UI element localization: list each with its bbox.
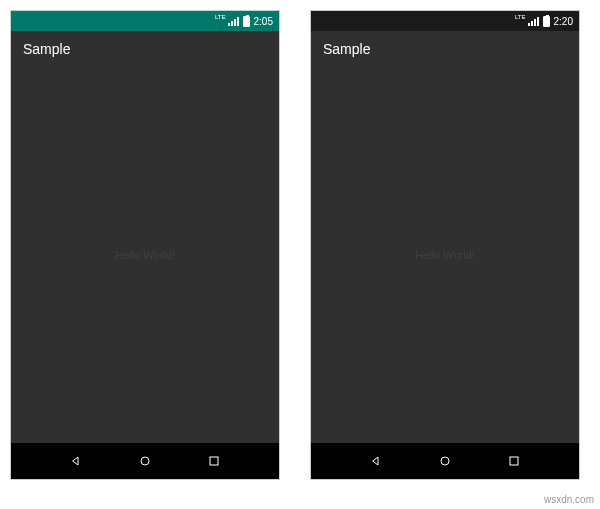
android-screenshot-right: LTE 2:20 Sample Hello World! <box>310 10 580 480</box>
back-icon[interactable] <box>368 453 384 469</box>
back-icon[interactable] <box>68 453 84 469</box>
signal-icon <box>528 16 539 26</box>
android-screenshot-left: LTE 2:05 Sample Hello World! <box>10 10 280 480</box>
action-bar: Sample <box>311 31 579 67</box>
home-icon[interactable] <box>437 453 453 469</box>
content-area: Hello World! <box>11 67 279 443</box>
content-area: Hello World! <box>311 67 579 443</box>
svg-point-2 <box>441 457 449 465</box>
home-icon[interactable] <box>137 453 153 469</box>
navigation-bar <box>11 443 279 479</box>
recent-apps-icon[interactable] <box>506 453 522 469</box>
svg-rect-3 <box>510 457 518 465</box>
clock-time: 2:20 <box>554 16 573 27</box>
battery-icon <box>243 16 250 27</box>
svg-point-0 <box>141 457 149 465</box>
status-bar: LTE 2:05 <box>11 11 279 31</box>
hello-text: Hello World! <box>115 249 175 261</box>
signal-icon <box>228 16 239 26</box>
app-title: Sample <box>23 41 70 57</box>
network-label: LTE <box>215 14 226 20</box>
recent-apps-icon[interactable] <box>206 453 222 469</box>
svg-rect-1 <box>210 457 218 465</box>
clock-time: 2:05 <box>254 16 273 27</box>
app-title: Sample <box>323 41 370 57</box>
navigation-bar <box>311 443 579 479</box>
battery-icon <box>543 16 550 27</box>
hello-text: Hello World! <box>415 249 475 261</box>
network-label: LTE <box>515 14 526 20</box>
status-bar: LTE 2:20 <box>311 11 579 31</box>
watermark: wsxdn.com <box>544 494 594 505</box>
action-bar: Sample <box>11 31 279 67</box>
